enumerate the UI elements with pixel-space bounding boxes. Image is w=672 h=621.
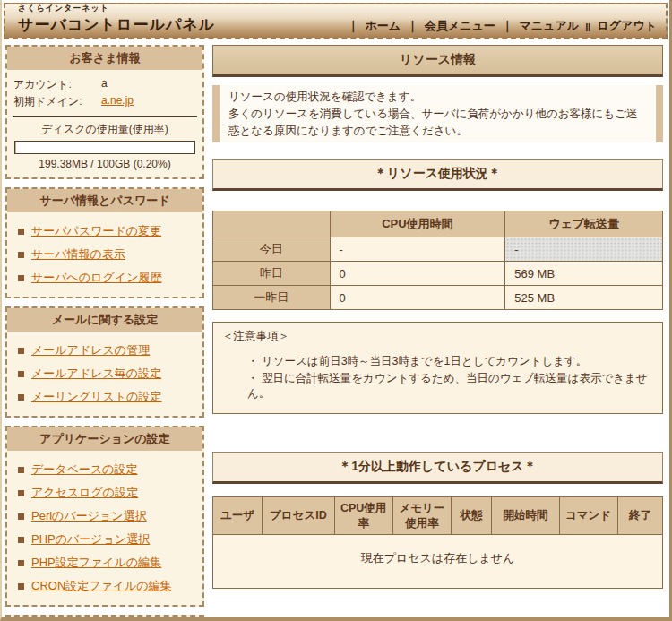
change-server-password-link[interactable]: サーバパスワードの変更 — [31, 223, 161, 239]
process-empty-message: 現在プロセスは存在しません — [213, 534, 663, 588]
php-version-link[interactable]: PHPのバージョン選択 — [31, 531, 150, 548]
sidebar-item-mail-address-management: メールアドレスの管理 — [18, 339, 198, 362]
process-col-kill: 終了 — [617, 497, 662, 535]
perl-version-link[interactable]: Perlのバージョン選択 — [31, 508, 147, 524]
resource-usage-table: CPU使用時間 ウェブ転送量 今日 - - 昨日 0 569 MB — [212, 211, 663, 310]
process-col-command: コマンド — [559, 497, 617, 535]
process-header-row: ユーザ プロセスID CPU使用率 メモリー使用率 状態 開始時間 コマンド 終… — [213, 497, 663, 535]
sidebar-item-perl-version: Perlのバージョン選択 — [18, 505, 198, 528]
sidebar-box-mail-settings: メールに関する設定 メールアドレスの管理 メールアドレス毎の設定 — [5, 306, 204, 418]
process-table: ユーザ プロセスID CPU使用率 メモリー使用率 状態 開始時間 コマンド 終… — [212, 496, 663, 589]
main-content: リソース情報 リソースの使用状況を確認できます。 多くのリソースを消費している場… — [204, 45, 668, 621]
resource-usage-section-header: ＊リソース使用状況＊ — [212, 159, 663, 191]
notes-list: リソースは前日3時～当日3時までを1日としてカウントします。 翌日に合計転送量を… — [222, 353, 653, 402]
access-log-settings-link[interactable]: アクセスログの設定 — [31, 485, 138, 501]
bullet-square-icon — [18, 229, 24, 235]
account-label: アカウント: — [13, 77, 89, 92]
database-settings-link[interactable]: データベースの設定 — [31, 461, 138, 478]
nav-home-link[interactable]: ホーム — [365, 18, 401, 34]
sidebar-box-useful-tools: 運用に便利なツール さくらのブログ (ご利用上の注意) アフィリエイト — [5, 615, 204, 621]
process-section-header: ＊1分以上動作しているプロセス＊ — [212, 452, 663, 484]
disk-usage-progressbar — [14, 141, 195, 154]
customer-info-title: お客さま情報 — [7, 47, 202, 70]
bullet-square-icon — [18, 252, 24, 258]
account-value: a — [89, 77, 196, 92]
sidebar-item-show-server-info: サーバ情報の表示 — [18, 243, 198, 266]
sidebar-item-cron-config-edit: CRON設定ファイルの編集 — [18, 574, 198, 598]
sidebar-box-application-settings: アプリケーションの設定 データベースの設定 アクセスログの設定 — [5, 426, 204, 607]
notes-box: ＜注意事項＞ リソースは前日3時～当日3時までを1日としてカウントします。 翌日… — [212, 322, 663, 414]
process-col-start-time: 開始時間 — [492, 497, 559, 535]
bullet-square-icon — [18, 490, 24, 496]
mail-settings-menu: メールアドレスの管理 メールアドレス毎の設定 メーリングリストの設定 — [12, 339, 198, 409]
disk-usage-value: 199.38MB / 100GB (0.20%) — [12, 158, 198, 170]
sidebar-item-access-log-settings: アクセスログの設定 — [18, 481, 198, 505]
row-label-day-before-yesterday: 一昨日 — [213, 286, 331, 310]
bullet-square-icon — [18, 275, 24, 281]
process-col-process-id: プロセスID — [263, 497, 334, 535]
day-before-cpu-value: 0 — [330, 286, 505, 310]
yesterday-cpu-value: 0 — [330, 262, 505, 286]
row-label-yesterday: 昨日 — [213, 262, 331, 286]
brand-app-title: サーバコントロールパネル — [18, 14, 215, 35]
process-empty-row: 現在プロセスは存在しません — [213, 534, 663, 588]
sidebar-item-per-mail-settings: メールアドレス毎の設定 — [18, 362, 198, 385]
cron-config-edit-link[interactable]: CRON設定ファイルの編集 — [31, 578, 172, 594]
note-item: リソースは前日3時～当日3時までを1日としてカウントします。 — [247, 353, 653, 370]
sidebar-item-php-config-edit: PHP設定ファイルの編集 — [18, 551, 198, 574]
server-login-history-link[interactable]: サーバへのログイン履歴 — [31, 270, 161, 286]
application-settings-menu: データベースの設定 アクセスログの設定 Perlのバージョン選択 PH — [12, 458, 198, 598]
domain-row: 初期ドメイン: a.ne.jp — [12, 93, 198, 110]
page: さくらインターネット サーバコントロールパネル ｜ ホーム ｜ 会員メニュー ｜… — [0, 0, 672, 621]
process-col-status: 状態 — [452, 497, 492, 535]
divider — [13, 116, 197, 117]
sidebar-box-title: メールに関する設定 — [7, 308, 202, 332]
brand-company-name: さくらインターネット — [18, 3, 215, 14]
nav-member-menu-link[interactable]: 会員メニュー — [425, 18, 495, 34]
row-label-today: 今日 — [213, 237, 331, 262]
initial-domain-link[interactable]: a.ne.jp — [101, 94, 134, 107]
bullet-square-icon — [18, 348, 24, 354]
process-col-cpu-usage: CPU使用率 — [334, 497, 392, 535]
sidebar-box-server-info: サーバ情報とパスワード サーバパスワードの変更 サーバ情報の表示 — [5, 187, 204, 298]
mail-address-management-link[interactable]: メールアドレスの管理 — [31, 342, 150, 358]
description-line: リソースの使用状況を確認できます。 — [228, 89, 647, 106]
yesterday-transfer-value: 569 MB — [505, 262, 663, 286]
notes-title: ＜注意事項＞ — [222, 329, 653, 344]
brand: さくらインターネット サーバコントロールパネル — [18, 3, 215, 35]
disk-usage-title: ディスクの使用量(使用率) — [12, 122, 198, 137]
bullet-square-icon — [18, 513, 24, 520]
sidebar-box-title: アプリケーションの設定 — [7, 427, 202, 451]
server-info-menu: サーバパスワードの変更 サーバ情報の表示 サーバへのログイン履歴 — [12, 220, 198, 289]
show-server-info-link[interactable]: サーバ情報の表示 — [31, 246, 125, 263]
bullet-square-icon — [18, 394, 24, 401]
nav-separator: ｜ — [407, 18, 418, 34]
table-row-day-before-yesterday: 一昨日 0 525 MB — [213, 286, 663, 310]
sidebar-box-title: 運用に便利なツール — [7, 617, 202, 621]
sidebar-item-change-server-password: サーバパスワードの変更 — [18, 220, 198, 243]
per-mail-settings-link[interactable]: メールアドレス毎の設定 — [31, 366, 161, 382]
bullet-square-icon — [18, 467, 24, 473]
page-title: リソース情報 — [212, 45, 663, 77]
sidebar-item-server-login-history: サーバへのログイン履歴 — [18, 266, 198, 289]
nav-separator: ｜ — [502, 18, 513, 34]
description-line: 多くのリソースを消費している場合、サーバに負荷がかかり他のお客様にもご迷惑となる… — [228, 106, 647, 140]
resource-col-web-transfer: ウェブ転送量 — [505, 211, 663, 237]
note-item: 翌日に合計転送量をカウントするため、当日のウェブ転送量は表示できません。 — [247, 370, 653, 402]
sidebar-box-title: サーバ情報とパスワード — [7, 189, 202, 212]
sidebar-item-mailing-list-settings: メーリングリストの設定 — [18, 385, 198, 409]
header: さくらインターネット サーバコントロールパネル ｜ ホーム ｜ 会員メニュー ｜… — [4, 3, 668, 39]
process-col-user: ユーザ — [213, 497, 263, 535]
table-row-yesterday: 昨日 0 569 MB — [213, 262, 663, 286]
customer-info-box: お客さま情報 アカウント: a 初期ドメイン: a.ne.jp ディスクの使用量… — [5, 45, 204, 179]
nav-separator: ｜ — [348, 18, 359, 34]
nav-manual-link[interactable]: マニュアル — [519, 18, 579, 34]
mailing-list-settings-link[interactable]: メーリングリストの設定 — [31, 389, 161, 405]
sidebar-item-php-version: PHPのバージョン選択 — [18, 528, 198, 551]
php-config-edit-link[interactable]: PHP設定ファイルの編集 — [31, 555, 161, 571]
nav-logout-link[interactable]: ログアウト — [597, 18, 657, 34]
account-row: アカウント: a — [12, 76, 198, 93]
today-cpu-value: - — [330, 237, 505, 262]
bullet-square-icon — [18, 537, 24, 543]
nav-logout-separator: ‖ — [585, 21, 590, 34]
